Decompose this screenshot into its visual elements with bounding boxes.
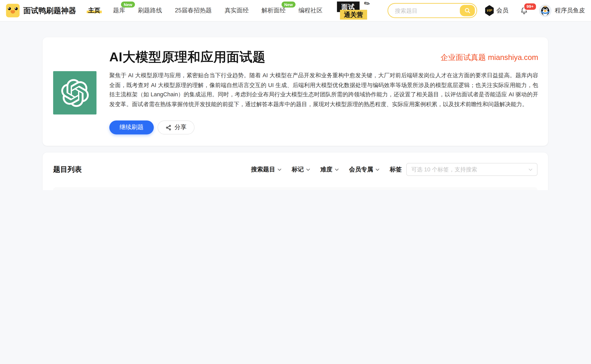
magnifier-icon [464,7,471,14]
chevron-down-icon [277,168,282,171]
avatar [539,4,551,17]
search-input[interactable] [394,7,460,14]
nav-item-4[interactable]: 25届春招热题 [175,7,212,14]
vip-label: 会员 [496,7,508,14]
top-nav: 面试鸭刷题神器 主页题库New刷题路线25届春招热题真实面经解析面经New编程社… [0,0,591,21]
nav-item-7[interactable]: 编程社区 [299,7,323,14]
filter-dropdown-1[interactable]: 搜索题目 [251,165,282,173]
nav-item-label: 刷题路线 [138,7,162,13]
filter-label: 标记 [292,165,304,173]
filter-label: 难度 [320,165,332,173]
column-header-mark: 标记 [53,187,80,190]
nav-right-cluster: VIP 会员 99+ [485,4,585,17]
page-title: AI大模型原理和应用面试题 [109,49,266,66]
user-profile-entry[interactable]: 程序员鱼皮 [539,4,585,17]
penguin-avatar-icon [539,4,551,17]
duck-eye-left [8,7,11,10]
openai-logo-icon [53,71,96,114]
notification-badge: 99+ [524,2,537,10]
column-header-question[interactable]: 题目 [80,187,372,190]
share-icon [166,124,172,130]
nav-search-box [387,3,477,18]
brand-title[interactable]: 面试鸭刷题神器 [23,6,76,16]
chevron-down-icon [306,168,310,171]
nav-item-3[interactable]: 刷题路线 [138,7,162,14]
interview-camp-badge[interactable]: 面试 通关营 [337,2,369,20]
column-header-difficulty[interactable]: 难度 [372,187,417,190]
filter-dropdown-4[interactable]: 会员专属 [349,165,379,173]
chevron-down-icon [335,168,339,171]
list-filters: 搜索题目标记难度会员专属 标签 可选 10 个标签，支持搜索 [251,163,538,176]
question-list-card: 题目列表 搜索题目标记难度会员专属 标签 可选 10 个标签，支持搜索 [42,153,548,190]
hero-title-row: AI大模型原理和应用面试题 企业面试真题 mianshiya.com [109,49,538,66]
duck-beak [11,10,15,13]
nav-item-label: 主页 [87,7,102,13]
question-table: 标记 题目 难度 标签 请解释大模型微调(Fine-tuning)的原理，并说明… [53,187,538,190]
nav-item-1[interactable]: 主页 [88,7,100,14]
camp-badge-bottom: 通关营 [340,10,367,20]
pencil-icon [362,0,372,9]
filter-dropdown-2[interactable]: 标记 [292,165,310,173]
vip-icon: VIP [485,5,494,16]
hero-actions: 继续刷题 分享 [109,120,538,134]
nav-item-5[interactable]: 真实面经 [225,7,249,14]
filter-label: 会员专属 [349,165,373,173]
watermark-text: 企业面试真题 mianshiya.com [441,52,538,62]
nav-item-label: 真实面经 [225,7,249,13]
duck-eye-right [15,7,18,10]
vip-membership-entry[interactable]: VIP 会员 [485,5,509,16]
list-header: 题目列表 搜索题目标记难度会员专属 标签 可选 10 个标签，支持搜索 [53,163,538,176]
chevron-down-icon [528,168,532,171]
question-bank-header-card: AI大模型原理和应用面试题 企业面试真题 mianshiya.com 聚焦于 A… [42,37,548,146]
search-button[interactable] [460,5,475,16]
notifications-button[interactable]: 99+ [520,6,528,15]
chevron-down-icon [375,168,379,171]
nav-menu: 主页题库New刷题路线25届春招热题真实面经解析面经New编程社区 [88,7,322,14]
nav-item-label: 解析面经 [261,7,286,13]
filter-dropdown-3[interactable]: 难度 [320,165,339,173]
nav-item-label: 25届春招热题 [175,7,212,13]
nav-item-6[interactable]: 解析面经New [261,7,286,14]
tag-select-placeholder: 可选 10 个标签，支持搜索 [411,166,528,173]
nav-item-label: 题库 [113,7,125,13]
new-badge: New [282,1,295,7]
share-button[interactable]: 分享 [158,120,195,134]
list-title: 题目列表 [53,164,82,174]
share-button-label: 分享 [174,124,186,131]
continue-practice-button[interactable]: 继续刷题 [109,120,154,134]
page: 面试鸭刷题神器 主页题库New刷题路线25届春招热题真实面经解析面经New编程社… [0,0,591,190]
tag-select[interactable]: 可选 10 个标签，支持搜索 [406,163,538,176]
nav-item-label: 编程社区 [299,7,323,13]
duck-logo-icon[interactable] [6,4,20,17]
filter-dropdowns: 搜索题目标记难度会员专属 [251,165,379,173]
tag-filter: 标签 可选 10 个标签，支持搜索 [390,163,538,176]
nav-item-2[interactable]: 题库New [113,7,125,14]
column-header-tags: 标签 [417,187,538,190]
new-badge: New [121,1,135,7]
filter-label: 搜索题目 [251,165,275,173]
username: 程序员鱼皮 [555,7,585,14]
table-header-row: 标记 题目 难度 标签 [53,187,538,190]
tag-filter-label: 标签 [390,165,402,173]
bank-description: 聚焦于 AI 大模型原理与应用，紧密贴合当下行业趋势。随着 AI 大模型在产品开… [109,70,538,114]
